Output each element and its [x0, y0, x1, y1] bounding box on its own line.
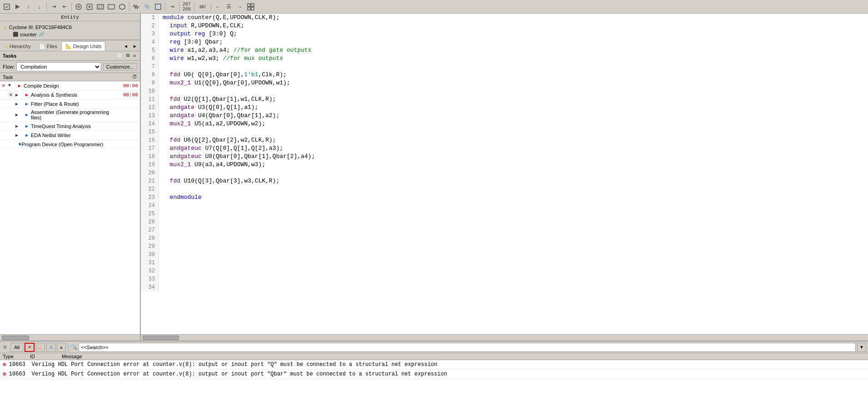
compile-design-btn[interactable] [2, 2, 12, 12]
nav-back-btn[interactable]: ← [213, 2, 223, 12]
code-line-5: 5 wire a1,a2,a3,a4; //for and gate outpu… [141, 46, 868, 54]
messages-toolbar: ⧉ All ✕ △ ⚠ ▲ 🔍 ▼ [0, 341, 868, 353]
task-row-fitter[interactable]: ✕ ▶ ▶ Fitter (Place & Route) [0, 99, 140, 109]
main-area: Entity ⚠ Cyclone III: EP3C16F484C6 ⬛ cou… [0, 14, 868, 341]
left-panel: Entity ⚠ Cyclone III: EP3C16F484C6 ⬛ cou… [0, 14, 141, 341]
customize-button[interactable]: Customize... [103, 63, 137, 70]
eda-expand-btn[interactable]: ▶ [15, 133, 21, 138]
box-btn[interactable] [153, 2, 163, 12]
code-line-34: 34 [141, 283, 868, 291]
left-hscroll-thumb[interactable] [2, 336, 29, 340]
sep7 [211, 2, 211, 11]
messages-error-filter-btn[interactable]: ✕ [25, 343, 35, 352]
waveform-btn[interactable] [131, 2, 141, 12]
code-line-21: 21 fdd U10(Q[3],Qbar[3],w3,CLK,R); [141, 177, 868, 185]
task-col-icon[interactable]: ⏱ [132, 74, 137, 80]
code-line-30: 30 [141, 251, 868, 259]
code-line-15: 15 [141, 128, 868, 136]
indent-btn[interactable]: ⇥ [49, 2, 59, 12]
task-row-analysis[interactable]: ✕ ▶ ▶ Analysis & Synthesis 00:00 [0, 90, 140, 99]
flow-row: Flow: Compilation RTL Simulation Gate Le… [0, 61, 140, 73]
task-row-eda[interactable]: ✕ ▶ ▶ EDA Netlist Writer [0, 131, 140, 140]
tasks-close-btn[interactable]: ✕ [132, 53, 137, 59]
rtl-btn1[interactable] [74, 2, 84, 12]
task-row-compile-design[interactable]: ✕ ▼ ▶ Compile Design 00:00 [0, 81, 140, 90]
task-row-timequest[interactable]: ✕ ▶ ▶ TimeQuest Timing Analysis [0, 122, 140, 131]
chip-icon: ⬛ [13, 32, 18, 37]
code-hscroll[interactable] [141, 334, 868, 341]
analysis-expand-btn[interactable]: ▶ [15, 92, 21, 98]
messages-search-dropdown[interactable]: ▼ [857, 343, 866, 352]
message-row-2[interactable]: ⊗ 10663 Verilog HDL Port Connection erro… [0, 370, 868, 379]
tab-scroll-left[interactable]: ◀ [122, 42, 130, 50]
tasks-restore-btn[interactable]: ⬜ [116, 53, 124, 59]
timequest-expand-btn[interactable]: ▶ [15, 123, 21, 129]
eda-netlist-label: EDA Netlist Writer [31, 133, 115, 138]
messages-info-filter-btn[interactable]: ⚠ [46, 343, 55, 352]
tasks-float-btn[interactable]: ⧉ [125, 53, 131, 59]
svg-marker-11 [119, 4, 125, 10]
nav-fwd-btn[interactable]: → [235, 2, 245, 12]
editor-area: 1 module counter(Q,E,UPDOWN,CLK,R); 2 in… [141, 14, 868, 341]
design-units-tab-label: Design Units [73, 44, 101, 49]
messages-extra-filter-btn[interactable]: ▲ [57, 343, 66, 352]
code-line-10: 10 [141, 87, 868, 95]
eda-error-icon: ✕ [9, 132, 15, 138]
files-tab[interactable]: 📄 Files [35, 42, 61, 51]
code-line-6: 6 wire w1,w2,w3; //for mux outputs [141, 54, 868, 63]
code-line-1: 1 module counter(Q,E,UPDOWN,CLK,R); [141, 14, 868, 22]
svg-rect-16 [251, 7, 254, 10]
analyze-btn[interactable] [13, 2, 23, 12]
message-row-1[interactable]: ⊗ 10663 Verilog HDL Port Connection erro… [0, 360, 868, 370]
nav-grid-btn[interactable] [246, 2, 256, 12]
node-btn[interactable] [117, 2, 127, 12]
code-line-29: 29 [141, 242, 868, 251]
fitter-error-icon: ✕ [9, 100, 15, 107]
svg-rect-7 [97, 5, 104, 9]
hierarchy-tab[interactable]: ⚠ Hierarchy [1, 42, 35, 51]
code-line-26: 26 [141, 218, 868, 226]
design-units-tab-icon: 📐 [65, 43, 72, 49]
error-filter-icon: ✕ [28, 345, 31, 350]
ab-btn[interactable]: ab/ [196, 2, 209, 12]
rtl-btn2[interactable] [84, 2, 94, 12]
code-container[interactable]: 1 module counter(Q,E,UPDOWN,CLK,R); 2 in… [141, 14, 868, 334]
assembler-expand-btn[interactable]: ▶ [15, 112, 21, 118]
code-hscroll-thumb[interactable] [143, 336, 179, 340]
arrow-up-btn[interactable]: ↑ [24, 2, 34, 12]
assign-btn[interactable]: ⇒ [167, 2, 177, 12]
tab-scroll-right[interactable]: ▶ [131, 42, 139, 50]
extra-filter-icon: ▲ [59, 345, 64, 350]
program-error-icon: ✕ [2, 141, 8, 148]
flow-select[interactable]: Compilation RTL Simulation Gate Level Si… [16, 62, 101, 71]
messages-search-input[interactable] [79, 343, 856, 352]
arrow-down-btn[interactable]: ↓ [35, 2, 45, 12]
msg-error-icon-1: ⊗ [3, 361, 6, 368]
compile-expand-btn[interactable]: ▼ [8, 83, 14, 88]
entity-content: ⚠ Cyclone III: EP3C16F484C6 ⬛ counter 🔗 [0, 21, 140, 40]
design-units-tab[interactable]: 📐 Design Units [61, 41, 105, 51]
warning-icon: ⚠ [4, 24, 7, 31]
tasks-header-btns: ⬜ ⧉ ✕ [116, 53, 137, 59]
code-line-8: 8 fdd U0( Q[0],Qbar[0],1'b1,Clk,R); [141, 71, 868, 79]
msg-text-2: Verilog HDL Port Connection error at cou… [32, 371, 865, 377]
task-row-program-device[interactable]: ✕ ♦ Program Device (Open Programmer) [0, 140, 140, 149]
search-icon: 🔍 [71, 344, 77, 350]
unindent-btn[interactable]: ⇤ [60, 2, 69, 12]
viewer-btn[interactable] [95, 2, 105, 12]
code-line-23: 23 endmodule [141, 193, 868, 202]
nav-lines-btn[interactable]: ☰ [224, 2, 234, 12]
tasks-column-header: Task ⏱ [0, 73, 140, 81]
messages-warning-filter-btn[interactable]: △ [36, 343, 45, 352]
net-btn[interactable] [106, 2, 116, 12]
tasks-title: Tasks [3, 53, 16, 59]
svg-rect-10 [108, 5, 114, 9]
left-hscroll[interactable] [0, 334, 140, 341]
sep6 [194, 2, 194, 11]
fitter-expand-btn[interactable]: ▶ [15, 101, 21, 107]
fitter-triangle-icon: ▶ [25, 101, 31, 107]
code-line-19: 19 mux2_1 U9(a3,a4,UPDOWN,w3); [141, 161, 868, 169]
attach-btn[interactable]: 📎 [142, 2, 152, 12]
messages-all-btn[interactable]: All [10, 343, 23, 352]
task-row-assembler[interactable]: ✕ ▶ ▶ Assembler (Generate programming fi… [0, 109, 140, 122]
